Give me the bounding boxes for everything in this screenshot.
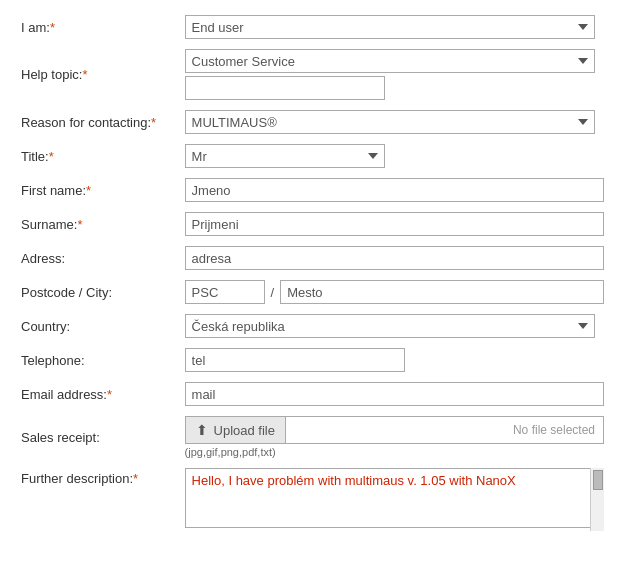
help-topic-select[interactable]: Customer Service Technical Support Sales: [185, 49, 595, 73]
email-label: Email address:*: [15, 377, 179, 411]
file-upload-button[interactable]: ⬆ Upload file: [186, 417, 286, 443]
upload-label: Upload file: [214, 423, 275, 438]
reason-row: Reason for contacting:* MULTIMAUS® Other: [15, 105, 610, 139]
address-row: Adress:: [15, 241, 610, 275]
reason-select[interactable]: MULTIMAUS® Other: [185, 110, 595, 134]
further-description-textarea[interactable]: Hello, I have problém with multimaus v. …: [185, 468, 604, 528]
email-input[interactable]: [185, 382, 604, 406]
title-label: Title:*: [15, 139, 179, 173]
contact-form: I am:* End user Reseller Professional He…: [15, 10, 610, 536]
city-input[interactable]: [280, 280, 604, 304]
postcode-separator: /: [269, 285, 277, 300]
postcode-row: Postcode / City: /: [15, 275, 610, 309]
postcode-label: Postcode / City:: [15, 275, 179, 309]
telephone-label: Telephone:: [15, 343, 179, 377]
sales-receipt-row: Sales receipt: ⬆ Upload file No file sel…: [15, 411, 610, 463]
file-upload-container: ⬆ Upload file No file selected: [185, 416, 604, 444]
i-am-row: I am:* End user Reseller Professional: [15, 10, 610, 44]
help-topic-label: Help topic:*: [15, 44, 179, 105]
address-input[interactable]: [185, 246, 604, 270]
postcode-input[interactable]: [185, 280, 265, 304]
i-am-label: I am:*: [15, 10, 179, 44]
first-name-label: First name:*: [15, 173, 179, 207]
reason-label: Reason for contacting:*: [15, 105, 179, 139]
scrollbar[interactable]: [590, 468, 604, 531]
further-description-row: Further description:* Hello, I have prob…: [15, 463, 610, 536]
first-name-input[interactable]: [185, 178, 604, 202]
i-am-select[interactable]: End user Reseller Professional: [185, 15, 595, 39]
surname-row: Surname:*: [15, 207, 610, 241]
email-row: Email address:*: [15, 377, 610, 411]
no-file-label: No file selected: [286, 423, 603, 437]
country-select[interactable]: Česká republika Slovakia Germany Other: [185, 314, 595, 338]
surname-input[interactable]: [185, 212, 604, 236]
textarea-wrapper: Hello, I have problém with multimaus v. …: [185, 468, 604, 531]
file-hint: (jpg,gif,png,pdf,txt): [185, 446, 604, 458]
address-label: Adress:: [15, 241, 179, 275]
surname-label: Surname:*: [15, 207, 179, 241]
further-description-label: Further description:*: [15, 463, 179, 536]
country-row: Country: Česká republika Slovakia German…: [15, 309, 610, 343]
telephone-row: Telephone:: [15, 343, 610, 377]
sales-receipt-label: Sales receipt:: [15, 411, 179, 463]
upload-icon: ⬆: [196, 422, 208, 438]
first-name-row: First name:*: [15, 173, 610, 207]
title-row: Title:* Mr Mrs Ms Dr: [15, 139, 610, 173]
help-topic-row: Help topic:* Customer Service Technical …: [15, 44, 610, 105]
help-topic-sub-input[interactable]: [185, 76, 385, 100]
telephone-input[interactable]: [185, 348, 405, 372]
country-label: Country:: [15, 309, 179, 343]
scrollbar-thumb: [593, 470, 603, 490]
title-select[interactable]: Mr Mrs Ms Dr: [185, 144, 385, 168]
